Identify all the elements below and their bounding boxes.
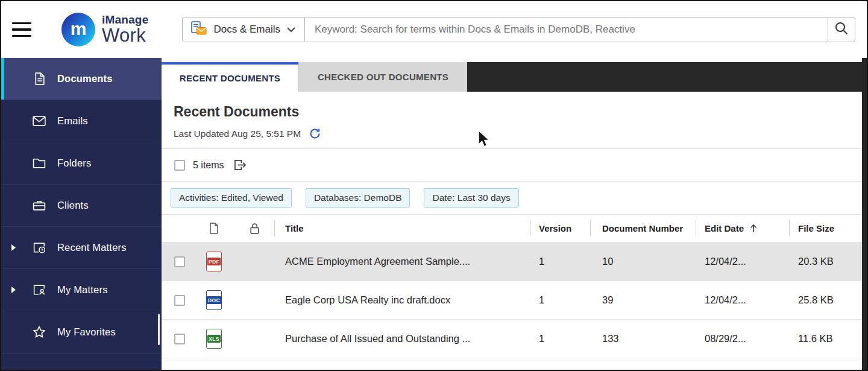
table-row[interactable]: PDF ACME Employment Agreement Sample....… bbox=[162, 243, 867, 281]
sidebar-scrollbar[interactable] bbox=[158, 314, 160, 345]
sidebar-item-label: My Matters bbox=[57, 284, 108, 296]
document-icon bbox=[31, 71, 47, 86]
brand-name-bottom: Work bbox=[102, 26, 148, 46]
column-header-title[interactable]: Title bbox=[274, 215, 530, 242]
vertical-scrollbar[interactable] bbox=[862, 58, 867, 370]
main-content: RECENT DOCUMENTS CHECKED OUT DOCUMENTS R… bbox=[162, 58, 867, 370]
sidebar-item-label: Clients bbox=[57, 200, 89, 211]
sidebar-item-emails[interactable]: Emails bbox=[1, 100, 162, 142]
sidebar-item-folders[interactable]: Folders bbox=[1, 142, 162, 185]
sidebar-item-label: Recent Matters bbox=[57, 242, 127, 253]
column-header-document-number[interactable]: Document Number bbox=[590, 215, 696, 242]
document-version: 1 bbox=[530, 333, 590, 344]
tab-checked-out-documents[interactable]: CHECKED OUT DOCUMENTS bbox=[298, 62, 467, 92]
document-title[interactable]: Purchase of All Issued and Outstanding .… bbox=[274, 333, 530, 344]
sidebar-item-label: My Favorites bbox=[57, 326, 116, 338]
file-type-column-icon bbox=[193, 215, 235, 242]
tab-strip: RECENT DOCUMENTS CHECKED OUT DOCUMENTS bbox=[162, 62, 867, 92]
tab-label: CHECKED OUT DOCUMENTS bbox=[318, 72, 448, 82]
lock-icon bbox=[250, 223, 260, 235]
sidebar-item-my-favorites[interactable]: My Favorites bbox=[1, 311, 162, 354]
search-button[interactable] bbox=[828, 17, 855, 42]
select-all-checkbox[interactable] bbox=[174, 160, 185, 171]
last-updated-text: Last Updated Aug 25, 5:51 PM bbox=[174, 128, 301, 139]
imanage-work-window: { "header": { "brand": { "logo_letter": … bbox=[0, 0, 868, 371]
briefcase-icon bbox=[31, 198, 47, 213]
search-icon bbox=[834, 21, 849, 38]
document-version: 1 bbox=[530, 294, 590, 306]
list-toolbar: 5 items bbox=[162, 148, 867, 181]
top-header: m iManage Work Docs & Emails bbox=[1, 1, 867, 58]
table-row[interactable]: XLS Purchase of All Issued and Outstandi… bbox=[162, 320, 867, 358]
document-file-size: 25.8 KB bbox=[789, 294, 867, 306]
sort-ascending-icon[interactable] bbox=[749, 223, 758, 233]
filter-chip-row: Activities: Edited, Viewed Databases: De… bbox=[162, 181, 867, 214]
page-icon bbox=[209, 222, 219, 235]
document-version: 1 bbox=[530, 256, 590, 267]
items-count: 5 items bbox=[193, 160, 224, 171]
sidebar-item-documents[interactable]: Documents bbox=[1, 58, 162, 100]
imanage-logo-icon: m bbox=[61, 13, 95, 46]
page-title: Recent Documents bbox=[174, 104, 867, 120]
brand-text: iManage Work bbox=[102, 14, 148, 45]
filter-chip-databases[interactable]: Databases: DemoDB bbox=[306, 188, 410, 208]
folder-icon bbox=[31, 156, 47, 171]
search-scope-label: Docs & Emails bbox=[213, 24, 280, 36]
refresh-button[interactable] bbox=[309, 127, 321, 140]
filter-chip-activities[interactable]: Activities: Edited, Viewed bbox=[171, 188, 292, 208]
sidebar-item-recent-matters[interactable]: Recent Matters bbox=[1, 227, 162, 269]
page-header: Recent Documents Last Updated Aug 25, 5:… bbox=[162, 92, 867, 148]
chevron-down-icon bbox=[287, 24, 295, 35]
documents-table: Title Version Document Number Edit Date … bbox=[162, 214, 867, 370]
tab-recent-documents[interactable]: RECENT DOCUMENTS bbox=[162, 62, 298, 92]
pdf-file-icon: PDF bbox=[206, 252, 222, 271]
sidebar-item-clients[interactable]: Clients bbox=[1, 185, 162, 227]
table-header-row: Title Version Document Number Edit Date … bbox=[162, 215, 867, 243]
document-number: 133 bbox=[590, 333, 696, 344]
docs-emails-icon bbox=[191, 21, 207, 38]
doc-file-icon: DOC bbox=[206, 290, 222, 310]
sidebar-item-my-matters[interactable]: My Matters bbox=[1, 269, 162, 311]
tab-label: RECENT DOCUMENTS bbox=[180, 73, 280, 83]
row-checkbox[interactable] bbox=[174, 334, 185, 344]
brand-name-top: iManage bbox=[102, 14, 148, 26]
document-edit-date: 12/04/2... bbox=[696, 294, 789, 306]
my-matters-icon bbox=[31, 282, 47, 297]
global-search-bar: Docs & Emails bbox=[182, 17, 855, 42]
xls-file-icon: XLS bbox=[206, 329, 222, 349]
sidebar-item-label: Emails bbox=[57, 115, 88, 127]
document-file-size: 20.3 KB bbox=[789, 256, 867, 267]
document-title[interactable]: Eagle Corp USA Realty inc draft.docx bbox=[274, 294, 530, 306]
column-header-edit-date[interactable]: Edit Date bbox=[696, 215, 789, 242]
app-body: Documents Emails Folders bbox=[1, 58, 867, 370]
filter-chip-date[interactable]: Date: Last 30 days bbox=[424, 188, 518, 208]
document-edit-date: 08/29/2... bbox=[696, 333, 789, 344]
chevron-right-icon[interactable] bbox=[11, 244, 22, 252]
search-scope-dropdown[interactable]: Docs & Emails bbox=[182, 17, 305, 42]
recent-matters-icon bbox=[31, 240, 47, 255]
document-edit-date: 12/04/2... bbox=[696, 256, 789, 267]
star-icon bbox=[31, 325, 47, 340]
refresh-icon bbox=[309, 127, 321, 140]
document-number: 10 bbox=[590, 256, 696, 267]
sidebar-nav: Documents Emails Folders bbox=[1, 58, 162, 370]
hamburger-menu-button[interactable] bbox=[12, 18, 31, 42]
table-row[interactable]: DOC Eagle Corp USA Realty inc draft.docx… bbox=[162, 281, 867, 320]
search-input[interactable] bbox=[305, 17, 828, 42]
row-checkbox[interactable] bbox=[174, 295, 185, 306]
column-header-file-size[interactable]: File Size bbox=[789, 215, 867, 242]
export-icon bbox=[233, 159, 247, 171]
open-in-new-button[interactable] bbox=[233, 159, 247, 171]
chevron-right-icon[interactable] bbox=[11, 286, 22, 294]
brand-logo: m iManage Work bbox=[61, 13, 148, 46]
document-number: 39 bbox=[590, 294, 696, 306]
column-header-version[interactable]: Version bbox=[530, 215, 590, 242]
logo-letter: m bbox=[71, 20, 87, 38]
email-icon bbox=[31, 113, 47, 128]
row-checkbox[interactable] bbox=[174, 256, 185, 267]
document-title[interactable]: ACME Employment Agreement Sample.... bbox=[274, 256, 530, 267]
sidebar-item-label: Documents bbox=[57, 73, 113, 84]
sidebar-item-label: Folders bbox=[57, 157, 91, 169]
document-file-size: 11.6 KB bbox=[789, 333, 867, 344]
lock-column-icon bbox=[235, 215, 274, 242]
